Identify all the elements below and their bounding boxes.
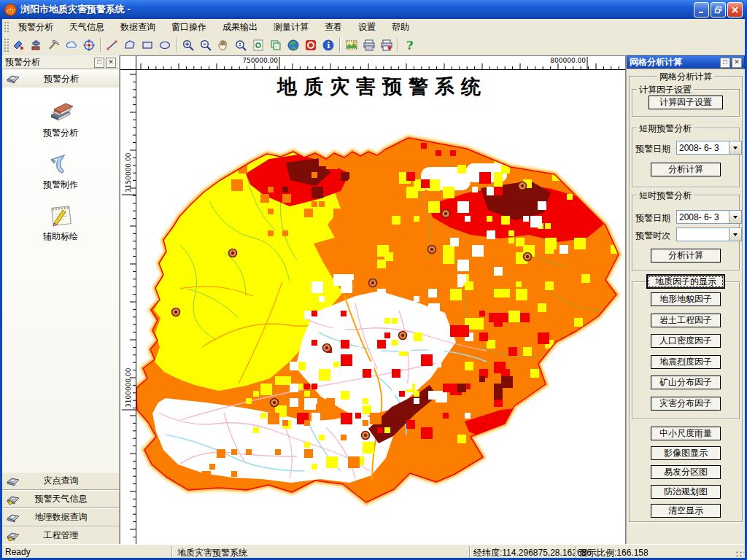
restore-button[interactable] xyxy=(711,2,726,18)
globe-icon[interactable] xyxy=(285,36,302,54)
svg-text:750000.00: 750000.00 xyxy=(242,57,278,64)
right-panel-title: 网格分析计算 xyxy=(630,56,719,69)
disaster-point-marker[interactable] xyxy=(519,182,527,190)
extra-button-5[interactable]: 清空显示 xyxy=(651,504,721,518)
left-panel-group-2[interactable]: 预警天气信息 xyxy=(2,490,119,508)
right-panel-close-button[interactable]: ✕ xyxy=(732,58,742,68)
factor-button-1[interactable]: 地形地貌因子 xyxy=(651,292,721,306)
extra-button-3[interactable]: 易发分区图 xyxy=(651,465,721,479)
svg-text:i: i xyxy=(327,41,330,50)
print-setup-icon[interactable] xyxy=(378,36,395,54)
disaster-point-marker[interactable] xyxy=(362,432,370,440)
short-term-groupbox: 短期预警分析 xyxy=(632,128,740,187)
extra-button-1[interactable]: 中小尺度雨量 xyxy=(651,427,721,440)
zoom-in-icon[interactable] xyxy=(179,36,197,54)
help-icon[interactable]: ? xyxy=(401,36,419,54)
calc-factor-settings-button[interactable]: 计算因子设置 xyxy=(649,96,723,109)
zoom-extent-icon[interactable] xyxy=(232,36,249,54)
left-panel-item-1[interactable]: 预警分析 xyxy=(2,98,119,139)
map-canvas[interactable]: 地质灾害预警系统 xyxy=(136,70,625,544)
short-time-period-combo[interactable] xyxy=(676,228,742,241)
menu-item-6[interactable]: 测量计算 xyxy=(266,20,317,34)
satellite-icon[interactable] xyxy=(10,36,28,54)
menu-item-9[interactable]: 帮助 xyxy=(384,20,417,34)
chevron-down-icon[interactable] xyxy=(729,211,741,223)
left-panel-group-header[interactable]: 预警分析 xyxy=(2,69,119,88)
cloud-icon[interactable] xyxy=(63,36,80,54)
menu-item-7[interactable]: 查看 xyxy=(317,20,350,34)
short-term-date-label: 预警日期 xyxy=(635,143,670,155)
disaster-point-marker[interactable] xyxy=(399,332,407,340)
target-icon[interactable] xyxy=(80,36,98,54)
factor-button-4[interactable]: 地震烈度因子 xyxy=(651,355,721,369)
pick-icon[interactable] xyxy=(45,36,63,54)
left-panel-item-3[interactable]: 辅助标绘 xyxy=(2,201,119,243)
status-separator xyxy=(171,546,173,559)
zoom-out-icon[interactable] xyxy=(197,36,214,54)
toolbar-gripper[interactable] xyxy=(4,38,9,52)
disaster-point-marker[interactable] xyxy=(172,308,180,316)
menu-item-5[interactable]: 成果输出 xyxy=(214,20,266,34)
disaster-point-marker[interactable] xyxy=(524,253,532,261)
toolbar-separator xyxy=(176,38,177,52)
plotter-icon xyxy=(5,73,21,85)
disaster-point-marker[interactable] xyxy=(323,344,331,352)
hammer-icon[interactable] xyxy=(28,36,45,54)
printer2-icon xyxy=(6,530,20,542)
extra-button-4[interactable]: 防治规划图 xyxy=(651,485,721,499)
short-time-legend: 短时预警分析 xyxy=(637,190,694,202)
close-button[interactable] xyxy=(727,2,743,18)
left-panel-group-1[interactable]: 灾点查询 xyxy=(2,472,119,490)
short-time-analyze-button[interactable]: 分析计算 xyxy=(651,249,721,262)
layers-copy-icon[interactable] xyxy=(267,36,285,54)
left-panel-item-2[interactable]: 预警制作 xyxy=(2,149,119,191)
ellipse-tool-icon[interactable] xyxy=(156,36,174,54)
line-tool-icon[interactable] xyxy=(104,36,121,54)
plotter-icon xyxy=(6,512,20,524)
refresh-icon[interactable] xyxy=(249,36,267,54)
pan-hand-icon[interactable] xyxy=(214,36,232,54)
svg-text:800000.00: 800000.00 xyxy=(550,57,586,64)
short-term-legend: 短期预警分析 xyxy=(637,122,694,135)
menu-item-1[interactable]: 预警分析 xyxy=(10,20,61,34)
polygon-tool-icon[interactable] xyxy=(121,36,139,54)
menu-gripper[interactable] xyxy=(4,21,9,32)
disaster-point-marker[interactable] xyxy=(442,210,450,218)
factor-button-5[interactable]: 矿山分布因子 xyxy=(651,376,721,389)
short-time-date-combo[interactable]: 2008- 6- 3 xyxy=(676,210,742,224)
short-term-date-combo[interactable]: 2008- 6- 3 xyxy=(676,141,742,155)
right-panel-pin-button[interactable]: □ xyxy=(720,58,730,68)
disaster-point-marker[interactable] xyxy=(271,399,279,407)
chevron-down-icon[interactable] xyxy=(729,141,741,154)
menu-item-8[interactable]: 设置 xyxy=(350,20,384,34)
extra-button-2[interactable]: 影像图显示 xyxy=(651,446,721,460)
plotter-icon xyxy=(6,475,20,487)
printer2-icon xyxy=(6,494,20,505)
stop-icon[interactable] xyxy=(302,36,320,54)
factor-button-6[interactable]: 灾害分布因子 xyxy=(651,397,721,411)
print-icon[interactable] xyxy=(360,36,378,54)
disaster-point-marker[interactable] xyxy=(428,246,436,254)
info-icon[interactable]: i xyxy=(320,36,337,54)
disaster-point-marker[interactable] xyxy=(229,249,237,257)
factor-button-3[interactable]: 人口密度因子 xyxy=(651,334,721,348)
group-bar-label: 工程管理 xyxy=(22,529,100,542)
disaster-point-marker[interactable] xyxy=(369,279,377,287)
left-panel-item-label: 预警制作 xyxy=(43,179,78,191)
factor-button-2[interactable]: 岩土工程因子 xyxy=(651,314,721,327)
menu-item-2[interactable]: 天气信息 xyxy=(61,20,112,34)
geology-factor-display-button[interactable]: 地质因子的显示 xyxy=(646,274,725,289)
left-panel-group-4[interactable]: 工程管理 xyxy=(2,526,119,545)
rectangle-tool-icon[interactable] xyxy=(139,36,156,54)
short-term-analyze-button[interactable]: 分析计算 xyxy=(651,163,721,176)
left-panel-close-button[interactable]: ✕ xyxy=(106,58,116,68)
map-image-icon[interactable] xyxy=(343,36,360,54)
left-panel-group-3[interactable]: 地理数据查询 xyxy=(2,508,119,526)
menu-item-3[interactable]: 数据查询 xyxy=(112,20,163,34)
left-panel-pin-button[interactable]: □ xyxy=(94,58,104,68)
chevron-down-icon[interactable] xyxy=(729,228,741,241)
group-bar-label: 预警天气信息 xyxy=(22,493,100,505)
minimize-button[interactable] xyxy=(694,2,709,18)
menu-item-4[interactable]: 窗口操作 xyxy=(163,20,214,34)
left-panel: 预警分析 □ ✕ 预警分析 预警分析预警制作辅助标绘 灾点查询预警天气信息地理数… xyxy=(2,55,120,545)
